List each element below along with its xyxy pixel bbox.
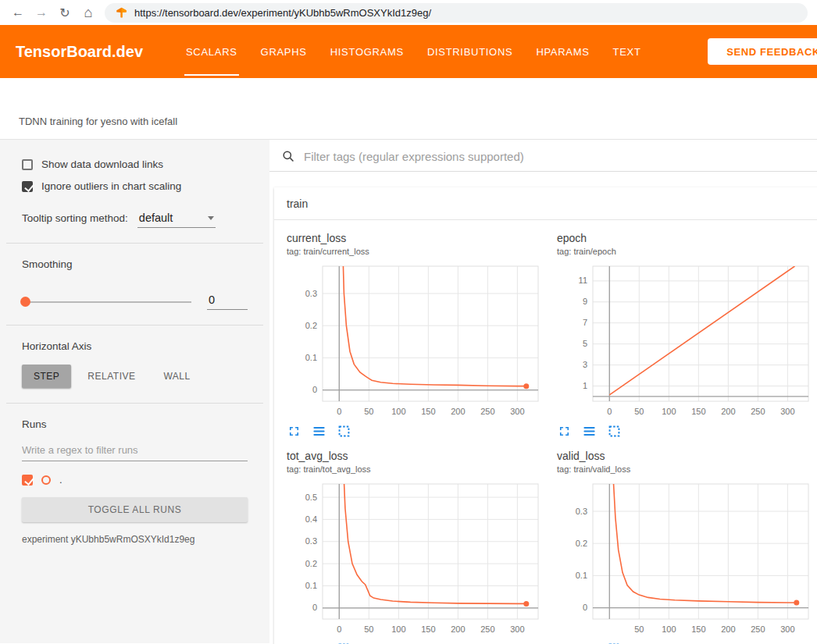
runs-filter-input[interactable] bbox=[22, 438, 248, 461]
chevron-down-icon bbox=[208, 216, 214, 220]
svg-text:0: 0 bbox=[337, 407, 341, 416]
chart-toolbar bbox=[557, 424, 815, 439]
svg-text:0: 0 bbox=[312, 603, 317, 612]
wall-button[interactable]: WALL bbox=[152, 365, 202, 388]
tooltip-sorting-dropdown[interactable]: default bbox=[137, 211, 216, 228]
svg-text:0: 0 bbox=[583, 603, 587, 612]
data-series-icon[interactable] bbox=[312, 424, 326, 439]
forward-icon[interactable]: → bbox=[30, 2, 53, 23]
svg-text:0: 0 bbox=[607, 407, 612, 416]
svg-text:50: 50 bbox=[364, 624, 373, 634]
expand-chart-icon[interactable] bbox=[557, 424, 572, 439]
send-feedback-button[interactable]: SEND FEEDBACK bbox=[708, 38, 817, 65]
tab-histograms[interactable]: HISTOGRAMS bbox=[319, 25, 416, 78]
svg-text:300: 300 bbox=[780, 624, 794, 634]
chart-tag: tag: train/epoch bbox=[557, 247, 815, 256]
tooltip-sorting-row: Tooltip sorting method: default bbox=[22, 211, 248, 228]
svg-text:200: 200 bbox=[451, 624, 465, 634]
show-download-links-label: Show data download links bbox=[41, 158, 163, 170]
svg-text:0.2: 0.2 bbox=[305, 321, 317, 330]
url-text: https://tensorboard.dev/experiment/yKUbh… bbox=[134, 7, 431, 19]
svg-text:1: 1 bbox=[583, 381, 587, 390]
svg-text:0.5: 0.5 bbox=[305, 493, 317, 502]
chart-title: tot_avg_loss bbox=[287, 450, 544, 462]
brand-title: TensorBoard.dev bbox=[16, 25, 143, 78]
data-series-icon[interactable] bbox=[582, 424, 597, 439]
horizontal-axis-label: Horizontal Axis bbox=[22, 340, 248, 352]
filter-tags-input[interactable] bbox=[304, 150, 803, 163]
tab-text[interactable]: TEXT bbox=[601, 25, 653, 78]
svg-text:150: 150 bbox=[691, 624, 705, 634]
line-chart[interactable]: 05010015020025030000.10.20.3 bbox=[287, 262, 544, 422]
chart-grid: current_loss tag: train/current_loss 050… bbox=[274, 220, 817, 644]
svg-text:150: 150 bbox=[691, 407, 705, 416]
train-section-header[interactable]: train bbox=[274, 187, 817, 220]
tab-hparams[interactable]: HPARAMS bbox=[524, 25, 601, 78]
divider bbox=[6, 325, 263, 326]
runs-label: Runs bbox=[22, 418, 248, 430]
fit-domain-icon[interactable] bbox=[607, 424, 622, 439]
line-chart[interactable]: 05010015020025030000.10.20.30.40.5 bbox=[287, 479, 544, 639]
back-icon[interactable]: ← bbox=[6, 2, 30, 23]
svg-text:300: 300 bbox=[510, 407, 524, 416]
nav-tabs: SCALARS GRAPHS HISTOGRAMS DISTRIBUTIONS … bbox=[174, 25, 653, 78]
line-chart[interactable]: 0501001502002503001357911 bbox=[557, 262, 815, 422]
svg-text:9: 9 bbox=[583, 297, 587, 306]
horizontal-axis-options: STEP RELATIVE WALL bbox=[22, 365, 248, 388]
search-icon bbox=[282, 150, 295, 163]
settings-sidebar: Show data download links Ignore outliers… bbox=[0, 140, 269, 643]
svg-text:0.1: 0.1 bbox=[305, 353, 317, 362]
svg-text:100: 100 bbox=[391, 624, 405, 634]
experiment-title: TDNN training for yesno with icefall bbox=[19, 116, 177, 127]
main-content: train current_loss tag: train/current_lo… bbox=[269, 140, 817, 643]
tab-distributions[interactable]: DISTRIBUTIONS bbox=[416, 25, 525, 78]
svg-text:150: 150 bbox=[421, 407, 435, 416]
toggle-all-runs-button[interactable]: TOGGLE ALL RUNS bbox=[22, 497, 248, 522]
line-chart[interactable]: 5010015020025030000.10.20.3 bbox=[557, 479, 815, 639]
address-bar[interactable]: https://tensorboard.dev/experiment/yKUbh… bbox=[105, 3, 808, 23]
run-checkbox[interactable] bbox=[22, 475, 33, 486]
tooltip-sorting-label: Tooltip sorting method: bbox=[22, 212, 128, 224]
smoothing-label: Smoothing bbox=[22, 258, 248, 270]
chart-toolbar bbox=[287, 424, 544, 439]
slider-thumb[interactable] bbox=[20, 297, 30, 307]
svg-text:100: 100 bbox=[662, 624, 676, 634]
show-download-links-checkbox[interactable] bbox=[22, 159, 33, 170]
filter-tags-row bbox=[269, 140, 817, 172]
svg-text:0.3: 0.3 bbox=[576, 507, 587, 516]
home-icon[interactable]: ⌂ bbox=[77, 2, 100, 23]
tensorboard-favicon bbox=[116, 7, 127, 19]
chart-card-epoch: epoch tag: train/epoch 05010015020025030… bbox=[557, 232, 815, 439]
run-item[interactable]: . bbox=[22, 474, 248, 486]
tab-scalars[interactable]: SCALARS bbox=[174, 25, 249, 78]
svg-text:0: 0 bbox=[337, 624, 341, 634]
step-button[interactable]: STEP bbox=[22, 365, 71, 388]
experiment-id-label: experiment yKUbhb5wRmOSXYkId1z9eg bbox=[22, 534, 248, 545]
divider bbox=[6, 243, 263, 244]
show-download-links-row[interactable]: Show data download links bbox=[22, 158, 248, 170]
chart-card-valid-loss: valid_loss tag: train/valid_loss 5010015… bbox=[557, 450, 815, 644]
relative-button[interactable]: RELATIVE bbox=[76, 365, 147, 388]
svg-text:250: 250 bbox=[480, 624, 494, 634]
tooltip-sorting-value: default bbox=[139, 212, 173, 224]
svg-text:0.1: 0.1 bbox=[305, 581, 317, 590]
ignore-outliers-row[interactable]: Ignore outliers in chart scaling bbox=[22, 180, 248, 192]
expand-chart-icon[interactable] bbox=[287, 424, 301, 439]
svg-text:5: 5 bbox=[583, 339, 587, 348]
svg-text:50: 50 bbox=[634, 624, 644, 634]
ignore-outliers-checkbox[interactable] bbox=[22, 181, 33, 192]
svg-text:11: 11 bbox=[579, 276, 587, 285]
svg-text:100: 100 bbox=[662, 407, 676, 416]
smoothing-slider[interactable] bbox=[22, 301, 191, 303]
run-name: . bbox=[59, 474, 62, 486]
svg-text:0.2: 0.2 bbox=[305, 559, 317, 568]
chart-tag: tag: train/tot_avg_loss bbox=[287, 464, 544, 474]
smoothing-value[interactable]: 0 bbox=[207, 294, 248, 310]
reload-icon[interactable]: ↻ bbox=[53, 2, 77, 23]
fit-domain-icon[interactable] bbox=[337, 424, 351, 439]
ignore-outliers-label: Ignore outliers in chart scaling bbox=[41, 180, 181, 192]
svg-text:0: 0 bbox=[312, 385, 317, 394]
svg-text:0.3: 0.3 bbox=[305, 289, 317, 298]
experiment-bar: TDNN training for yesno with icefall bbox=[0, 78, 817, 140]
tab-graphs[interactable]: GRAPHS bbox=[249, 25, 319, 78]
